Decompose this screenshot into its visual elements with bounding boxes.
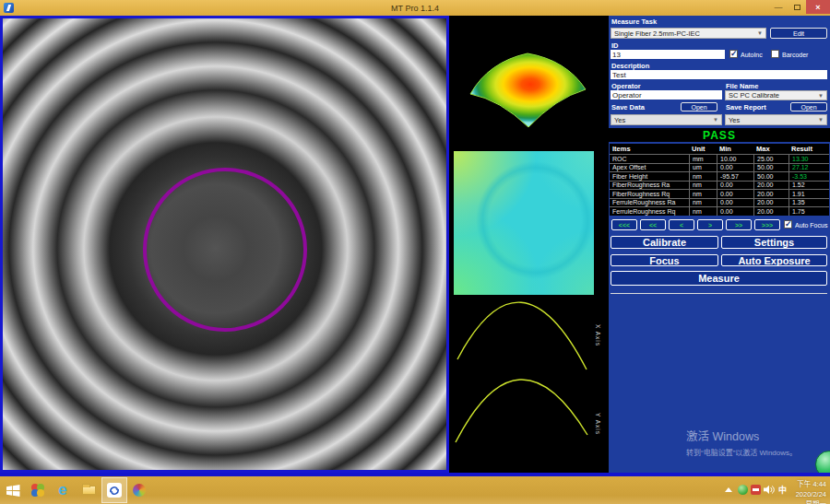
activation-watermark: 激活 Windows 转到“电脑设置”以激活 Windows。: [686, 427, 797, 457]
save-report-select[interactable]: Yes ▼: [725, 114, 827, 125]
cell-min: 10.00: [717, 155, 753, 163]
minimize-button[interactable]: —: [769, 0, 788, 14]
close-button[interactable]: ×: [806, 0, 830, 14]
nav-button[interactable]: <: [669, 219, 694, 230]
auto-focus-label: Auto Focus: [795, 222, 827, 229]
ime-icon[interactable]: 中: [778, 484, 787, 496]
cell-min: -95.57: [717, 172, 753, 181]
cell-result: 1.52: [788, 182, 829, 190]
edit-button[interactable]: Edit: [770, 28, 827, 39]
maximize-icon: [794, 5, 800, 10]
auto-exposure-button[interactable]: Auto Exposure: [721, 254, 827, 266]
watermark-line1: 激活 Windows: [686, 427, 797, 444]
cell-item: Apex Offset: [610, 164, 689, 172]
phase-heatmap: [454, 151, 594, 295]
chevron-down-icon: ▼: [818, 117, 824, 123]
table-row[interactable]: ROCmm10.0025.0013.30: [610, 154, 829, 163]
description-label: Description: [611, 62, 649, 70]
tray-antivirus-icon[interactable]: [738, 485, 748, 495]
table-row[interactable]: FiberRoughness Ranm0.0020.001.52: [610, 181, 829, 190]
titlebar: MT Pro 1.1.4 — ×: [0, 0, 830, 16]
table-row[interactable]: Fiber Heightnm-95.5750.00-3.53: [610, 171, 829, 181]
table-header: Items Unit Min Max Result: [610, 144, 829, 154]
header-result: Result: [788, 144, 829, 154]
status-bar: PASS: [609, 128, 830, 142]
cell-min: 0.00: [717, 164, 753, 172]
autoinc-label: AutoInc: [741, 52, 763, 58]
window-controls: — ×: [769, 0, 830, 16]
save-report-open-button[interactable]: Open: [790, 102, 827, 111]
status-badge: PASS: [703, 129, 736, 142]
auto-focus-checkbox[interactable]: [784, 220, 792, 229]
tray-alert-icon[interactable]: [751, 485, 761, 495]
cell-item: FerruleRoughness Ra: [610, 199, 689, 207]
save-data-select[interactable]: Yes ▼: [611, 114, 722, 125]
cell-max: 50.00: [753, 172, 788, 181]
cell-item: FerruleRoughness Rq: [610, 207, 689, 216]
autoinc-checkbox[interactable]: [729, 50, 738, 58]
y-axis-label: Y Axis: [595, 413, 601, 435]
file-name-label: File Name: [726, 82, 758, 90]
folder-icon: [82, 486, 96, 495]
chevron-down-icon: ▼: [713, 117, 718, 123]
cell-unit: nm: [689, 199, 717, 207]
taskbar-explorer-icon[interactable]: [78, 480, 99, 500]
fiber-circle-overlay: [143, 168, 307, 332]
nav-button[interactable]: >>>: [754, 219, 780, 230]
taskbar-paint-app-icon[interactable]: [129, 480, 149, 500]
description-input[interactable]: [611, 70, 827, 79]
save-data-label: Save Data: [611, 103, 645, 111]
barcode-checkbox[interactable]: [771, 50, 779, 58]
cell-result: 13.30: [788, 155, 829, 163]
internet-explorer-icon: e: [58, 484, 66, 497]
cell-item: Fiber Height: [610, 172, 689, 181]
header-max: Max: [753, 144, 788, 154]
cell-result: 27.12: [788, 164, 829, 172]
cell-item: FiberRoughness Rq: [610, 190, 689, 198]
id-label: ID: [611, 41, 619, 50]
cell-unit: mm: [689, 155, 717, 163]
settings-button[interactable]: Settings: [721, 236, 827, 249]
cell-result: 1.91: [788, 190, 829, 198]
start-button[interactable]: [3, 480, 23, 500]
focus-button[interactable]: Focus: [611, 254, 718, 266]
table-row[interactable]: Apex Offsetum0.0050.0027.12: [610, 163, 829, 172]
nav-button[interactable]: <<<: [611, 219, 637, 230]
measure-task-select[interactable]: Single Fiber 2.5mm-PC-IEC ▼: [611, 28, 766, 39]
cell-max: 20.00: [753, 199, 788, 207]
cell-min: 0.00: [717, 190, 753, 198]
taskbar-mtpro-active-icon[interactable]: [101, 477, 127, 503]
table-row[interactable]: FerruleRoughness Rqnm0.0020.001.75: [610, 206, 829, 216]
barcode-label: Barcoder: [782, 52, 808, 58]
speaker-icon[interactable]: [764, 485, 775, 495]
save-data-open-button[interactable]: Open: [681, 102, 717, 111]
hidden-icons-chevron[interactable]: [725, 487, 732, 492]
calibrate-button[interactable]: Calibrate: [611, 236, 718, 249]
results-table-body: ROCmm10.0025.0013.30Apex Offsetum0.0050.…: [610, 154, 829, 216]
operator-input[interactable]: [611, 90, 722, 100]
cell-result: 1.35: [788, 199, 829, 207]
cell-max: 20.00: [753, 190, 788, 198]
taskbar-app-colorballs-icon[interactable]: [28, 480, 48, 500]
id-input[interactable]: [611, 50, 725, 59]
maximize-button[interactable]: [788, 0, 806, 14]
taskbar-clock[interactable]: 下午 4:44 2020/2/24 星期一: [796, 479, 826, 504]
chevron-down-icon: ▼: [818, 93, 824, 99]
cell-min: 0.00: [717, 199, 753, 207]
table-row[interactable]: FiberRoughness Rqnm0.0020.001.91: [610, 189, 829, 198]
measure-button[interactable]: Measure: [611, 271, 827, 286]
taskbar-ie-icon[interactable]: e: [53, 480, 73, 500]
screen: MT Pro 1.1.4 — ×: [0, 0, 830, 504]
nav-button[interactable]: >: [697, 219, 723, 230]
cell-result: 1.75: [788, 207, 829, 216]
nav-button[interactable]: <<: [640, 219, 666, 230]
colorballs-icon: [31, 484, 44, 497]
nav-button[interactable]: >>: [726, 219, 752, 230]
cell-max: 20.00: [753, 207, 788, 216]
divider: [611, 293, 827, 294]
table-row[interactable]: FerruleRoughness Ranm0.0020.001.35: [610, 198, 829, 207]
mtpro-app-icon: [107, 483, 122, 498]
operator-label: Operator: [611, 82, 641, 90]
file-name-select[interactable]: SC PC Calibrate ▼: [725, 90, 827, 100]
chevron-down-icon: ▼: [757, 30, 763, 36]
